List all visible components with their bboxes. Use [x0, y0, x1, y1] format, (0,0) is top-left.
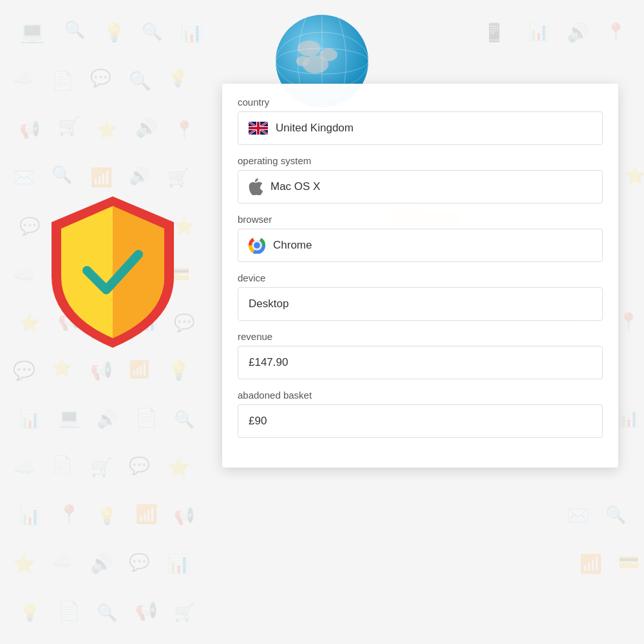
svg-text:📊: 📊 — [19, 409, 41, 430]
device-value: Desktop — [238, 287, 603, 321]
svg-text:📍: 📍 — [618, 311, 639, 332]
svg-text:🔍: 🔍 — [605, 504, 627, 525]
svg-text:📢: 📢 — [90, 360, 113, 381]
svg-text:☁️: ☁️ — [13, 68, 34, 88]
browser-field-group: browser — [238, 214, 603, 262]
svg-text:📍: 📍 — [97, 216, 118, 236]
svg-text:💡: 💡 — [167, 68, 189, 88]
svg-text:💳: 💳 — [135, 214, 158, 235]
apple-icon — [249, 178, 263, 195]
chrome-icon — [249, 237, 265, 254]
svg-text:📶: 📶 — [129, 359, 150, 379]
device-text: Desktop — [249, 298, 289, 310]
country-text: United Kingdom — [276, 122, 354, 135]
svg-text:🛒: 🛒 — [174, 602, 195, 623]
abandoned-basket-value: £90 — [238, 404, 603, 438]
svg-point-85 — [276, 32, 368, 90]
svg-text:💳: 💳 — [618, 552, 639, 573]
svg-text:✉️: ✉️ — [567, 505, 589, 526]
svg-text:📊: 📊 — [135, 310, 158, 332]
svg-text:📍: 📍 — [174, 119, 195, 140]
svg-rect-95 — [249, 127, 268, 129]
svg-text:📊: 📊 — [618, 408, 639, 428]
svg-text:💬: 💬 — [90, 68, 111, 88]
svg-text:📄: 📄 — [135, 407, 158, 428]
svg-text:🔊: 🔊 — [90, 553, 113, 574]
svg-text:🔍: 🔍 — [97, 602, 118, 623]
svg-text:📍: 📍 — [605, 21, 627, 42]
svg-text:📊: 📊 — [167, 553, 190, 574]
svg-text:⭐: ⭐ — [174, 216, 195, 236]
svg-text:🛒: 🛒 — [97, 312, 118, 333]
svg-text:🔊: 🔊 — [567, 22, 589, 43]
svg-text:📢: 📢 — [19, 119, 41, 140]
revenue-text: £147.90 — [249, 356, 288, 369]
svg-text:💻: 💻 — [58, 407, 80, 428]
revenue-field-group: revenue £147.90 — [238, 331, 603, 379]
svg-text:📢: 📢 — [58, 310, 80, 332]
svg-point-83 — [296, 56, 309, 66]
svg-text:⭐: ⭐ — [625, 166, 644, 186]
svg-text:📍: 📍 — [58, 504, 80, 525]
svg-text:💡: 💡 — [90, 263, 113, 285]
svg-text:💬: 💬 — [19, 216, 41, 236]
svg-text:🔍: 🔍 — [64, 19, 86, 40]
os-field-group: operating system Mac OS X — [238, 155, 603, 204]
svg-text:📊: 📊 — [19, 506, 41, 526]
svg-text:🔍: 🔍 — [129, 70, 151, 91]
svg-text:⭐: ⭐ — [19, 312, 41, 333]
svg-text:📢: 📢 — [174, 506, 195, 526]
svg-text:⭐: ⭐ — [13, 553, 35, 574]
svg-text:📶: 📶 — [135, 504, 158, 525]
os-text: Mac OS X — [270, 180, 320, 193]
svg-text:☁️: ☁️ — [13, 457, 35, 478]
svg-text:☁️: ☁️ — [52, 551, 73, 571]
svg-text:⭐: ⭐ — [52, 357, 73, 378]
revenue-value: £147.90 — [238, 346, 603, 379]
svg-point-84 — [276, 48, 368, 74]
device-label: device — [238, 272, 603, 283]
svg-text:☁️: ☁️ — [13, 263, 35, 285]
svg-text:💡: 💡 — [103, 22, 126, 43]
country-field-group: country United Kingdom — [238, 97, 603, 145]
svg-text:💳: 💳 — [167, 263, 190, 285]
svg-text:💬: 💬 — [129, 552, 150, 573]
svg-text:📊: 📊 — [528, 21, 549, 42]
shield-decoration — [39, 187, 187, 357]
svg-text:📶: 📶 — [90, 167, 113, 188]
svg-text:💬: 💬 — [13, 360, 35, 381]
browser-label: browser — [238, 214, 603, 225]
svg-point-99 — [254, 242, 260, 249]
browser-text: Chrome — [273, 239, 312, 252]
svg-text:🔍: 🔍 — [174, 409, 195, 430]
svg-text:📄: 📄 — [52, 70, 74, 91]
abandoned-basket-text: £90 — [249, 415, 267, 428]
svg-text:💬: 💬 — [129, 455, 150, 476]
svg-text:🛒: 🛒 — [167, 167, 190, 188]
svg-text:🔊: 🔊 — [129, 166, 150, 186]
uk-flag-icon — [249, 122, 268, 135]
info-card: country United Kingdom operati — [222, 84, 618, 468]
svg-text:✉️: ✉️ — [13, 167, 35, 188]
svg-text:📶: 📶 — [580, 553, 602, 574]
svg-text:📄: 📄 — [58, 600, 80, 621]
country-label: country — [238, 97, 603, 108]
svg-text:🛒: 🛒 — [90, 457, 113, 478]
svg-text:🛒: 🛒 — [58, 115, 80, 137]
svg-text:🔊: 🔊 — [52, 261, 73, 281]
svg-text:💡: 💡 — [19, 602, 41, 623]
svg-point-80 — [298, 41, 321, 56]
svg-text:🔍: 🔍 — [129, 262, 150, 283]
svg-text:📢: 📢 — [135, 600, 158, 621]
svg-text:⭐: ⭐ — [167, 457, 190, 478]
svg-point-82 — [303, 55, 328, 73]
svg-text:💻: 💻 — [19, 19, 45, 44]
svg-text:💡: 💡 — [167, 360, 190, 381]
svg-text:🔊: 🔊 — [135, 117, 158, 138]
browser-value: Chrome — [238, 229, 603, 262]
svg-text:📄: 📄 — [52, 454, 73, 475]
svg-text:🔊: 🔊 — [97, 409, 118, 430]
abandoned-basket-field-group: abadoned basket £90 — [238, 390, 603, 438]
country-value: United Kingdom — [238, 111, 603, 145]
svg-text:🔍: 🔍 — [142, 21, 163, 42]
